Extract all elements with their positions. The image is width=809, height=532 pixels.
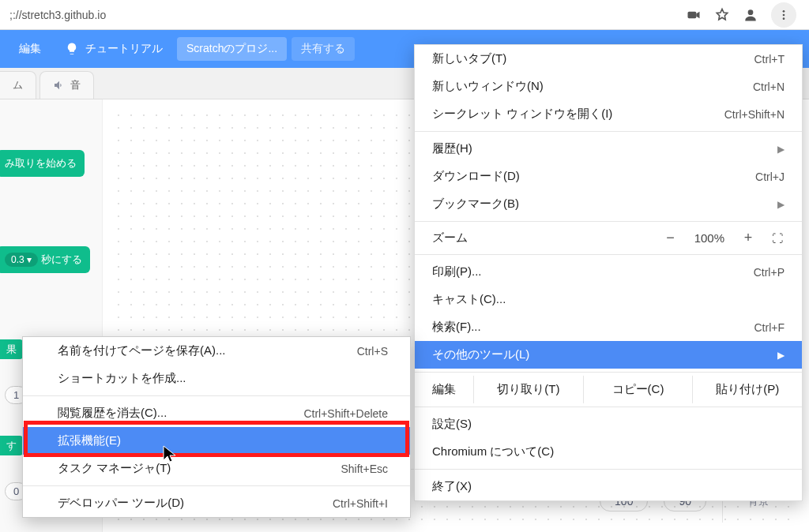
zoom-label: ズーム: [432, 230, 661, 245]
tab-sounds-label: 音: [70, 78, 81, 92]
menu-new-window[interactable]: 新しいウィンドウ(N)Ctrl+N: [415, 73, 802, 100]
menu-separator: [415, 254, 802, 255]
block-seconds-suffix: 秒にする: [41, 253, 82, 265]
menu-find[interactable]: 検索(F)...Ctrl+F: [415, 313, 802, 341]
menu-separator: [415, 372, 802, 373]
menu-zoom-row: ズーム − 100% + ⛶: [415, 225, 802, 251]
menu-separator: [415, 131, 802, 132]
menu-paste[interactable]: 貼り付け(P): [692, 376, 802, 403]
menu-history[interactable]: 履歴(H)▶: [415, 135, 802, 163]
chip-label-1: 果: [0, 339, 23, 359]
submenu-separator: [23, 485, 410, 486]
fullscreen-icon[interactable]: ⛶: [772, 232, 785, 245]
more-tools-submenu: 名前を付けてページを保存(A)...Ctrl+S ショートカットを作成... 閲…: [22, 336, 411, 518]
block-start-reading[interactable]: み取りを始める: [0, 150, 85, 177]
chevron-right-icon: ▶: [777, 144, 785, 155]
mouse-cursor-icon: [163, 445, 179, 464]
menu-separator: [415, 469, 802, 470]
svg-point-2: [783, 10, 785, 13]
url-text[interactable]: ;://stretch3.github.io: [6, 9, 686, 21]
submenu-extensions[interactable]: 拡張機能(E): [23, 427, 410, 455]
zoom-out-button[interactable]: −: [661, 230, 680, 246]
user-icon[interactable]: [743, 7, 758, 23]
submenu-create-shortcut[interactable]: ショートカットを作成...: [23, 365, 410, 392]
submenu-developer-tools[interactable]: デベロッパー ツール(D)Ctrl+Shift+I: [23, 489, 410, 517]
kebab-menu-icon[interactable]: [771, 2, 796, 28]
menu-edit[interactable]: 編集: [9, 37, 51, 61]
lightbulb-icon: [65, 42, 79, 56]
submenu-separator: [23, 395, 410, 396]
svg-point-4: [783, 17, 785, 20]
chevron-right-icon: ▶: [777, 199, 785, 210]
menu-cut[interactable]: 切り取り(T): [473, 376, 583, 403]
menu-tutorials[interactable]: チュートリアル: [55, 37, 172, 61]
menu-separator: [415, 406, 802, 407]
menu-copy[interactable]: コピー(C): [583, 376, 693, 403]
block-seconds-value[interactable]: 0.3 ▾: [5, 253, 38, 267]
zoom-value: 100%: [694, 231, 724, 245]
star-icon[interactable]: [714, 7, 730, 23]
menu-cast[interactable]: キャスト(C)...: [415, 286, 802, 313]
chevron-right-icon: ▶: [777, 350, 785, 361]
tab-costumes[interactable]: ム: [0, 71, 36, 99]
zoom-in-button[interactable]: +: [739, 230, 758, 246]
menu-tutorials-label: チュートリアル: [85, 42, 163, 56]
submenu-save-page-as[interactable]: 名前を付けてページを保存(A)...Ctrl+S: [23, 337, 410, 365]
edit-row-label: 編集: [415, 376, 473, 403]
menu-edit-row: 編集 切り取り(T) コピー(C) 貼り付け(P): [415, 376, 802, 403]
menu-new-tab[interactable]: 新しいタブ(T)Ctrl+T: [415, 45, 802, 73]
chip-label-2: す: [0, 436, 23, 455]
menu-settings[interactable]: 設定(S): [415, 410, 802, 438]
project-title[interactable]: Scratchのプロジ...: [177, 37, 287, 61]
tab-sounds[interactable]: 音: [40, 71, 94, 99]
menu-exit[interactable]: 終了(X): [415, 473, 802, 500]
address-bar: ;://stretch3.github.io: [0, 0, 809, 30]
sound-icon: [53, 79, 66, 92]
submenu-clear-browsing-data[interactable]: 閲覧履歴を消去(C)...Ctrl+Shift+Delete: [23, 399, 410, 427]
submenu-task-manager[interactable]: タスク マネージャ(T)Shift+Esc: [23, 455, 410, 482]
svg-point-3: [783, 13, 785, 16]
camera-icon[interactable]: [686, 7, 702, 23]
chrome-main-menu: 新しいタブ(T)Ctrl+T 新しいウィンドウ(N)Ctrl+N シークレット …: [414, 44, 803, 501]
svg-rect-0: [688, 11, 697, 17]
menu-incognito[interactable]: シークレット ウィンドウを開く(I)Ctrl+Shift+N: [415, 100, 802, 128]
menu-downloads[interactable]: ダウンロード(D)Ctrl+J: [415, 163, 802, 190]
menu-bookmarks[interactable]: ブックマーク(B)▶: [415, 190, 802, 218]
menu-more-tools[interactable]: その他のツール(L)▶: [415, 341, 802, 369]
menu-separator: [415, 221, 802, 222]
menu-print[interactable]: 印刷(P)...Ctrl+P: [415, 258, 802, 286]
menu-about[interactable]: Chromium について(C): [415, 438, 802, 466]
svg-point-1: [748, 9, 754, 15]
block-seconds[interactable]: 0.3 ▾ 秒にする: [0, 246, 90, 273]
share-button[interactable]: 共有する: [292, 37, 355, 61]
